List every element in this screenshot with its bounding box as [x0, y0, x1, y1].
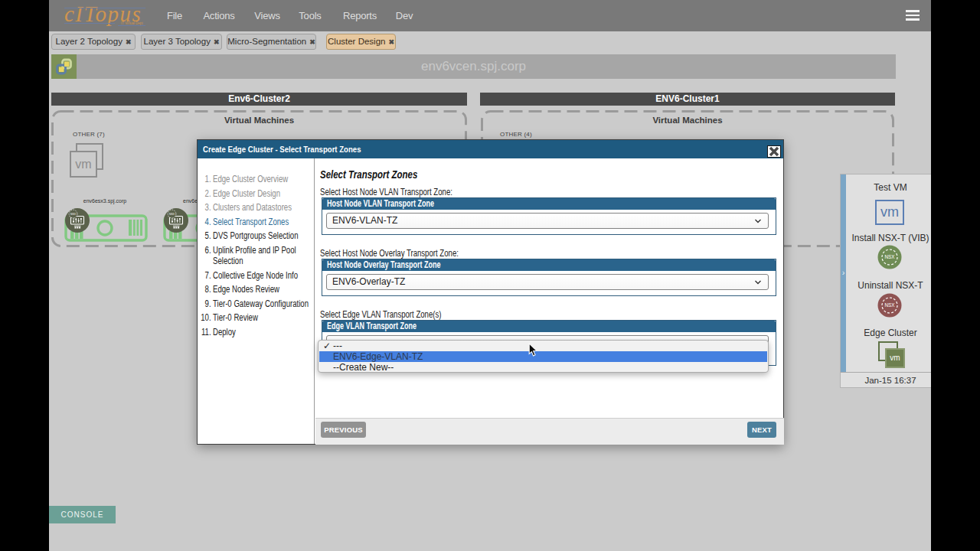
svg-text:NSX: NSX [885, 254, 896, 259]
svg-text:NSX: NSX [70, 213, 77, 216]
svg-text:NSX: NSX [885, 302, 896, 308]
